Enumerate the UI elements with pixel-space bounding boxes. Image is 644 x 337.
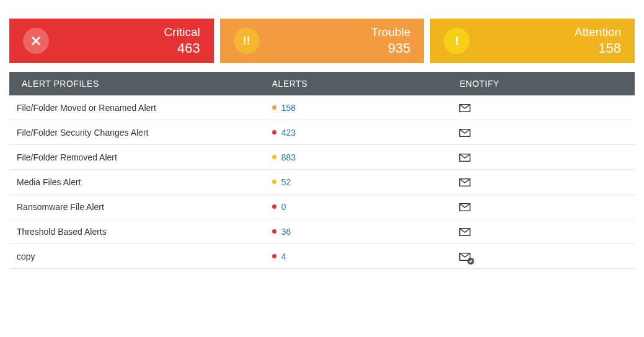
profile-name: File/Folder Removed Alert (9, 152, 272, 162)
alert-count-link[interactable]: 4 (281, 252, 286, 261)
enotify-cell[interactable] (459, 202, 635, 212)
alert-count-link[interactable]: 883 (281, 152, 296, 162)
alert-count-link[interactable]: 36 (281, 227, 291, 237)
card-trouble-label: Trouble (371, 25, 411, 40)
profile-name: File/Folder Moved or Renamed Alert (9, 103, 272, 113)
summary-cards: Critical 463 !! Trouble 935 ! Attention … (9, 19, 635, 63)
table-row: Threshold Based Alerts36 (9, 219, 635, 244)
mail-icon[interactable] (459, 129, 470, 137)
mail-check-icon[interactable] (459, 252, 470, 261)
enotify-cell[interactable] (459, 152, 635, 162)
severity-dot-icon (272, 130, 276, 134)
bang-icon: ! (444, 28, 470, 54)
mail-icon[interactable] (459, 228, 470, 236)
table-row: File/Folder Removed Alert883 (9, 145, 635, 170)
mail-icon[interactable] (459, 203, 470, 211)
severity-dot-icon (272, 180, 276, 184)
enotify-cell[interactable] (459, 227, 635, 237)
alert-count-cell: 52 (272, 177, 460, 187)
alert-count-cell: 36 (272, 227, 460, 237)
alert-count-cell: 4 (272, 252, 460, 261)
enotify-cell[interactable] (459, 177, 635, 187)
header-profiles: ALERT PROFILES (9, 79, 272, 89)
table-row: Ransomware File Alert0 (9, 195, 635, 219)
table-header: ALERT PROFILES ALERTS ENOTIFY (9, 72, 635, 95)
alerts-table: ALERT PROFILES ALERTS ENOTIFY File/Folde… (9, 72, 635, 269)
severity-dot-icon (272, 204, 276, 209)
card-trouble-count: 935 (371, 40, 411, 57)
profile-name: Ransomware File Alert (9, 202, 272, 212)
alert-count-cell: 0 (272, 202, 460, 212)
double-bang-icon: !! (234, 28, 260, 54)
card-critical-label: Critical (164, 25, 200, 40)
alert-count-cell: 423 (272, 128, 460, 138)
profile-name: copy (9, 252, 272, 261)
card-critical-count: 463 (164, 40, 200, 57)
header-enotify: ENOTIFY (459, 79, 635, 89)
enotify-cell[interactable] (459, 252, 635, 261)
alert-count-cell: 158 (272, 103, 460, 113)
alert-count-link[interactable]: 158 (281, 103, 296, 113)
mail-icon[interactable] (459, 104, 470, 112)
card-critical[interactable]: Critical 463 (9, 19, 214, 63)
severity-dot-icon (272, 155, 276, 159)
alert-count-cell: 883 (272, 152, 460, 162)
enotify-cell[interactable] (459, 103, 635, 113)
card-trouble[interactable]: !! Trouble 935 (220, 19, 425, 63)
table-row: File/Folder Security Changes Alert423 (9, 120, 635, 145)
severity-dot-icon (272, 105, 276, 110)
alert-count-link[interactable]: 423 (281, 128, 296, 138)
table-row: copy4 (9, 244, 635, 269)
card-attention-count: 158 (575, 40, 621, 57)
card-attention[interactable]: ! Attention 158 (430, 19, 635, 63)
mail-icon[interactable] (459, 178, 470, 186)
table-row: File/Folder Moved or Renamed Alert158 (9, 95, 635, 120)
card-attention-label: Attention (575, 25, 621, 40)
severity-dot-icon (272, 254, 276, 258)
alert-count-link[interactable]: 52 (281, 177, 291, 187)
profile-name: Media Files Alert (9, 177, 272, 187)
profile-name: File/Folder Security Changes Alert (9, 128, 272, 138)
header-alerts: ALERTS (272, 79, 460, 89)
profile-name: Threshold Based Alerts (9, 227, 272, 237)
close-icon (23, 28, 49, 54)
alert-count-link[interactable]: 0 (281, 202, 286, 212)
severity-dot-icon (272, 229, 276, 234)
mail-icon[interactable] (459, 154, 470, 162)
enotify-cell[interactable] (459, 128, 635, 138)
table-row: Media Files Alert52 (9, 170, 635, 195)
